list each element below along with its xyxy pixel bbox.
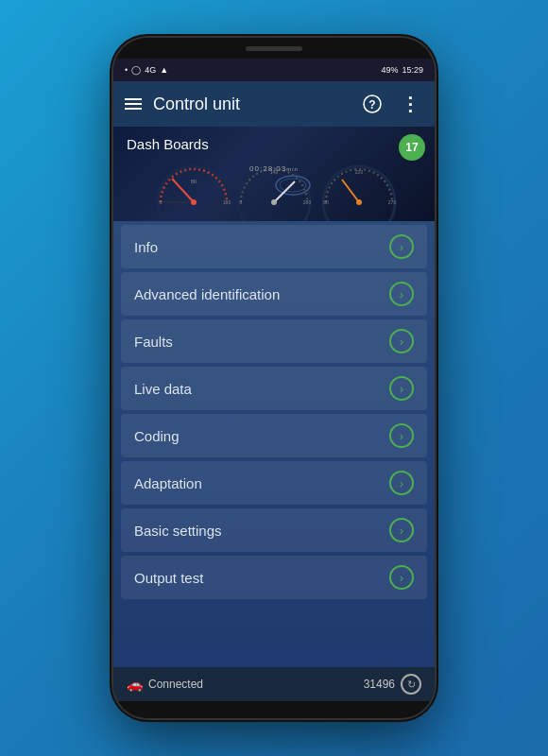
bottom-right: 31496 ↻: [364, 674, 421, 695]
more-options-button[interactable]: ⋮: [397, 91, 423, 117]
svg-text:160: 160: [223, 199, 231, 205]
ecu-code: 31496: [364, 678, 395, 691]
svg-point-7: [191, 199, 197, 205]
svg-text:60: 60: [323, 199, 329, 205]
app-bar: Control unit ? ⋮: [113, 81, 435, 127]
app-title: Control unit: [153, 94, 348, 114]
svg-text:?: ?: [368, 98, 375, 112]
svg-text:220: 220: [355, 169, 364, 175]
gauges-area: 00:28:03min 80 0 160 140 0 280: [113, 155, 435, 221]
menu-item-output-test[interactable]: Output test›: [121, 556, 427, 599]
status-bar: • ◯ 4G ▲ 49% 15:29: [113, 59, 435, 81]
help-button[interactable]: ?: [359, 91, 385, 117]
svg-point-2: [158, 166, 230, 221]
car-icon: 🚗: [127, 677, 143, 692]
menu-item-faults[interactable]: Faults›: [121, 319, 427, 363]
network-icon: 4G: [145, 65, 156, 75]
menu-arrow-live-data: ›: [389, 376, 414, 401]
svg-text:80: 80: [191, 179, 197, 184]
menu-arrow-output-test: ›: [389, 565, 414, 590]
phone-bottom: [113, 701, 435, 718]
svg-text:0: 0: [160, 199, 163, 205]
menu-list: Info›Advanced identification›Faults›Live…: [113, 221, 435, 667]
menu-arrow-coding: ›: [389, 423, 414, 448]
menu-arrow-basic-settings: ›: [389, 518, 414, 542]
dashboard-card[interactable]: Dash Boards 17 00:28:03min 80 0 160 140: [113, 127, 435, 221]
menu-arrow-adaptation: ›: [389, 471, 414, 495]
svg-text:270: 270: [388, 199, 397, 205]
svg-point-21: [356, 199, 362, 205]
phone-top: [113, 38, 435, 59]
menu-arrow-faults: ›: [389, 329, 414, 353]
speaker: [246, 46, 302, 51]
refresh-button[interactable]: ↻: [401, 674, 421, 695]
bottom-bar: 🚗 Connected 31496 ↻: [113, 667, 435, 701]
menu-label-adaptation: Adaptation: [134, 475, 389, 491]
menu-item-basic-settings[interactable]: Basic settings›: [121, 508, 427, 552]
menu-arrow-info: ›: [389, 234, 414, 259]
svg-text:0: 0: [240, 199, 243, 205]
status-icons: • ◯ 4G ▲: [125, 65, 168, 75]
svg-point-15: [271, 199, 277, 205]
menu-arrow-advanced-id: ›: [389, 282, 414, 306]
bluetooth-icon: •: [125, 65, 128, 75]
time-display: 15:29: [402, 65, 423, 75]
menu-label-coding: Coding: [134, 428, 389, 444]
menu-label-basic-settings: Basic settings: [134, 523, 389, 539]
svg-line-20: [342, 180, 359, 202]
menu-label-live-data: Live data: [134, 381, 389, 397]
signal-icon: ▲: [160, 65, 168, 75]
menu-item-coding[interactable]: Coding›: [121, 414, 427, 457]
menu-label-info: Info: [134, 239, 389, 255]
battery-percent: 49%: [381, 65, 398, 75]
alarm-icon: ◯: [131, 65, 141, 75]
svg-text:280: 280: [303, 199, 312, 205]
menu-item-live-data[interactable]: Live data›: [121, 367, 427, 410]
connection-status: 🚗 Connected: [127, 677, 203, 692]
menu-label-output-test: Output test: [134, 570, 389, 586]
menu-item-adaptation[interactable]: Adaptation›: [121, 461, 427, 505]
dashboard-badge: 17: [399, 134, 425, 161]
timer-display: 00:28:03min: [249, 164, 299, 173]
connected-label: Connected: [148, 678, 203, 691]
menu-label-faults: Faults: [134, 334, 389, 350]
menu-label-advanced-id: Advanced identification: [134, 286, 389, 302]
menu-item-info[interactable]: Info›: [121, 225, 427, 268]
menu-item-advanced-id[interactable]: Advanced identification›: [121, 272, 427, 316]
dashboard-label: Dash Boards: [127, 136, 209, 152]
hamburger-menu[interactable]: [125, 98, 142, 110]
phone-frame: • ◯ 4G ▲ 49% 15:29 Control unit ? ⋮ Dash…: [113, 38, 435, 718]
status-right: 49% 15:29: [381, 65, 423, 75]
